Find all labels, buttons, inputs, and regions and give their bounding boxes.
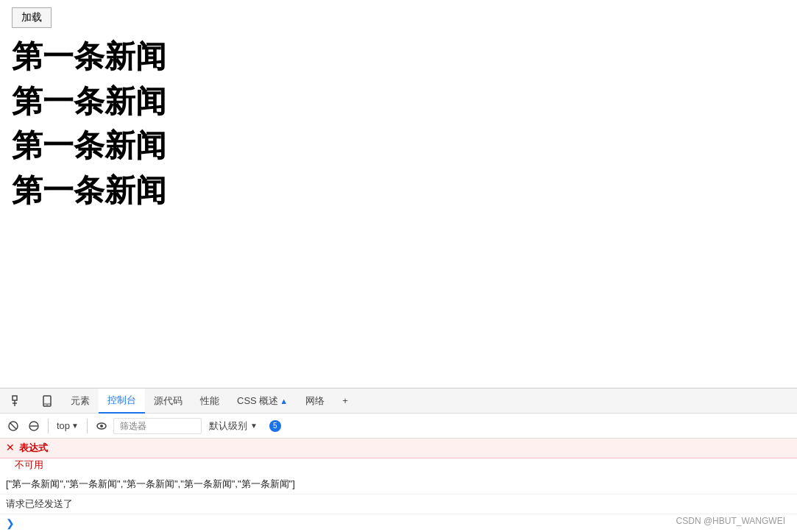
error-detail: 不可用 [0,458,797,475]
tab-elements[interactable]: 元素 [62,389,99,414]
eye-icon [96,420,107,432]
main-content: 加载 第一条新闻 第一条新闻 第一条新闻 第一条新闻 [0,0,797,366]
context-label: top [57,420,70,431]
tab-inspect-icon[interactable] [3,389,32,414]
error-count: 5 [273,422,277,430]
devtools-panel: 元素 控制台 源代码 性能 CSS 概述 ▲ 网络 + to [0,388,797,532]
tab-device-icon[interactable] [32,389,62,414]
svg-line-7 [10,423,16,429]
log-level-selector[interactable]: 默认级别 ▼ [205,418,262,434]
svg-point-5 [46,404,47,405]
clear-icon [7,420,19,432]
error-count-badge[interactable]: 5 [265,419,286,433]
badge-dot: 5 [269,420,281,432]
news-item-3: 第一条新闻 [12,126,785,166]
toolbar-separator-1 [48,419,49,433]
console-output-array: ["第一条新闻","第一条新闻","第一条新闻","第一条新闻","第一条新闻"… [0,475,797,494]
tab-css-overview[interactable]: CSS 概述 ▲ [228,389,297,414]
svg-point-11 [100,425,103,428]
news-item-4: 第一条新闻 [12,171,785,211]
devtools-tabbar: 元素 控制台 源代码 性能 CSS 概述 ▲ 网络 + [0,389,797,414]
tab-network[interactable]: 网络 [297,389,333,414]
console-output-info: 请求已经发送了 [0,494,797,514]
log-level-arrow: ▼ [250,422,258,430]
toggle-eye-button[interactable] [93,417,110,435]
device-icon [41,395,53,407]
toolbar-separator-2 [87,419,88,433]
block-button[interactable] [25,417,43,435]
error-label: 表达式 [19,441,48,455]
tab-sources[interactable]: 源代码 [145,389,191,414]
news-item-2: 第一条新闻 [12,82,785,122]
filter-input[interactable] [113,418,202,434]
tab-plus[interactable]: + [333,389,357,414]
error-close-icon[interactable]: ✕ [6,441,15,453]
svg-rect-0 [13,396,17,400]
tab-performance[interactable]: 性能 [191,389,228,414]
css-overview-badge: ▲ [280,397,288,405]
context-dropdown-arrow: ▼ [71,422,79,430]
news-item-1: 第一条新闻 [12,37,785,77]
clear-console-button[interactable] [4,417,22,435]
load-button[interactable]: 加载 [12,7,52,28]
context-selector[interactable]: top ▼ [54,419,82,433]
devtools-toolbar: top ▼ 默认级别 ▼ 5 [0,414,797,439]
watermark: CSDN @HBUT_WANGWEI [676,516,785,526]
inspect-icon [12,395,24,407]
prompt-arrow-icon: ❯ [6,517,15,529]
log-level-label: 默认级别 [209,419,247,433]
news-list: 第一条新闻 第一条新闻 第一条新闻 第一条新闻 [12,37,785,210]
block-icon [28,420,40,432]
console-error-row: ✕ 表达式 [0,439,797,458]
tab-console[interactable]: 控制台 [99,389,145,414]
